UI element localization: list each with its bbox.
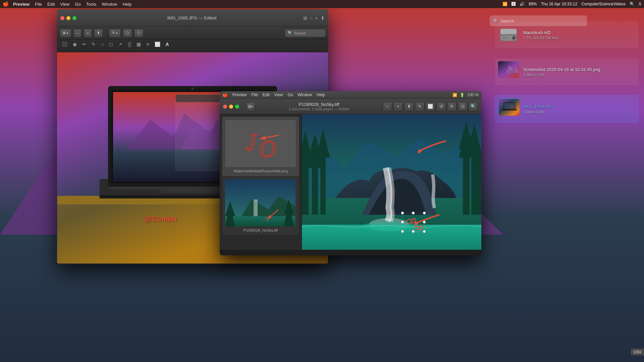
sec-window-title: P1280028_NoSky.tiff (255, 102, 383, 107)
img1089-name: IMG_1089.JPG (524, 104, 554, 109)
waterfall-scene (302, 114, 481, 250)
sec-menu-preview[interactable]: Preview (232, 93, 247, 97)
view-mode-button[interactable]: ⊞ ▾ (60, 29, 71, 38)
markup-select-btn[interactable]: ⬛ (60, 42, 69, 50)
sec-sidebar-toggle[interactable]: ⊞ ▾ (246, 102, 255, 111)
markup-border-btn[interactable]: ⬜ (153, 42, 162, 50)
markup-pen-btn[interactable]: ✏ (80, 42, 88, 50)
secondary-menubar: 🍎 Preview File Edit View Go Window Help … (220, 91, 481, 99)
desktop-img1089[interactable]: IMG_1089.JPG 4,000×4,000 (495, 95, 639, 123)
sec-menu-help[interactable]: Help (317, 93, 325, 97)
window-maximize-button[interactable] (72, 16, 76, 20)
window-minimize-button[interactable] (66, 16, 70, 20)
menu-view[interactable]: View (60, 2, 70, 7)
zoom-in-button[interactable]: + (84, 29, 92, 38)
main-search-bar[interactable]: 🔍 Search (285, 29, 325, 37)
window-close-button[interactable] (60, 16, 64, 20)
thumbnail-sidebar: J O WatermarkInitialsPurpurHalb. (220, 114, 302, 250)
menubar-wifi-icon[interactable]: 📶 (502, 2, 507, 6)
sec-close-button[interactable] (223, 105, 227, 109)
markup-adjust-btn[interactable]: ≡ (144, 42, 151, 50)
share-icon[interactable]: ⬆ (321, 15, 325, 21)
screenshot-meta: 3,360×2,100 (523, 73, 600, 77)
apple-menu-icon[interactable]: 🍎 (3, 1, 9, 7)
menu-help[interactable]: Help (122, 2, 131, 7)
sec-menu-go[interactable]: Go (288, 93, 293, 97)
sec-rotate-right-btn[interactable]: ↻ (447, 102, 457, 111)
zoom-out-icon[interactable]: − (310, 15, 313, 21)
pen-icon: ✎ (112, 31, 115, 35)
thumb-watermark[interactable]: J O WatermarkInitialsPurpurHalb. (222, 117, 299, 176)
search-input[interactable] (500, 18, 584, 23)
menubar-search-icon[interactable]: 🔍 (630, 2, 635, 6)
sec-annotate-btn[interactable]: ⬜ (426, 102, 435, 111)
markup-blur-btn[interactable]: ▒ (126, 42, 133, 50)
csv-badge[interactable]: CSV (631, 349, 644, 355)
img1089-meta: 4,000×4,000 (524, 110, 554, 114)
pen-tool-button[interactable]: ✎ ▾ (109, 29, 121, 38)
menubar-siri-icon[interactable]: S (639, 2, 641, 6)
search-label: Search (294, 31, 306, 35)
markup-shape-btn[interactable]: ○ (99, 42, 106, 50)
sec-rotate-left-btn[interactable]: ↺ (436, 102, 446, 111)
sec-crop-btn[interactable]: ⊡ (458, 102, 467, 111)
markup-rect-btn[interactable]: ◻ (107, 42, 115, 50)
svg-rect-95 (504, 103, 515, 109)
desktop-screenshot[interactable]: Screenshot 2020-04-16 at 10.32.45.png 3,… (495, 58, 639, 85)
preview-main-toolbar: ⊞ ▾ − + ⬆ ✎ ▾ ⬡ ⬡ 🔍 Search (57, 27, 328, 40)
watermark-svg: J O (225, 120, 296, 167)
menu-preview[interactable]: Preview (13, 2, 30, 7)
chevron-down-icon2: ▾ (116, 32, 118, 35)
menu-tools[interactable]: Tools (86, 2, 96, 7)
markup-highlight-btn[interactable]: ✎ (90, 42, 98, 50)
stamp-button[interactable]: ⬡ (123, 29, 132, 38)
menu-go[interactable]: Go (75, 2, 80, 7)
svg-text:J: J (246, 129, 257, 156)
menu-edit[interactable]: Edit (47, 2, 55, 7)
menu-window[interactable]: Window (102, 2, 117, 7)
macintosh-hd-meta: 1 TB, 429.53 GB free (523, 36, 558, 40)
stamp-icon: ⬡ (126, 31, 129, 35)
svg-point-71 (401, 212, 404, 215)
svg-point-73 (423, 212, 426, 215)
zoom-out-button[interactable]: − (73, 29, 82, 38)
svg-point-31 (191, 87, 194, 90)
harddrive-icon (498, 24, 519, 46)
sec-menu-edit[interactable]: Edit (263, 93, 270, 97)
sec-menu-file[interactable]: File (252, 93, 258, 97)
markup-share-button[interactable]: ⬡ (134, 29, 144, 38)
sec-menu-window[interactable]: Window (298, 93, 312, 97)
sec-zoom-out-btn[interactable]: − (383, 102, 392, 111)
menubar-volume-icon[interactable]: 🔊 (520, 2, 525, 6)
sec-share-btn[interactable]: ⬆ (404, 102, 414, 111)
markup-crop-btn[interactable]: ▦ (135, 42, 143, 50)
sec-minimize-button[interactable] (229, 105, 233, 109)
preview-main-titlebar: IMG_1089.JPG — Edited ⊞ − + ⬆ (57, 9, 328, 27)
markup-lasso-btn[interactable]: ◉ (71, 42, 79, 50)
sec-maximize-button[interactable] (235, 105, 239, 109)
share-button[interactable]: ⬆ (94, 29, 103, 38)
sidebar-toggle-icon[interactable]: ⊞ (303, 15, 307, 21)
macintosh-hd-name: Macintosh HD (523, 30, 558, 35)
chevron-down-icon: ▾ (67, 32, 68, 35)
menubar-battery: 89% (529, 2, 537, 6)
markup-text-btn[interactable]: A (164, 42, 171, 50)
menu-file[interactable]: File (35, 2, 42, 7)
svg-point-84 (513, 37, 515, 39)
svg-point-86 (505, 37, 507, 39)
sec-zoom-in-btn[interactable]: + (393, 102, 403, 111)
markup-arrow-btn[interactable]: ↗ (116, 42, 124, 50)
main-image-area (302, 114, 481, 250)
sec-apple-icon[interactable]: 🍎 (222, 93, 228, 98)
spotlight-search[interactable]: 🔍 (490, 15, 587, 26)
sec-menu-view[interactable]: View (274, 93, 283, 97)
sec-window-subtitle: 2 documents, 2 total pages — Edited (255, 107, 383, 111)
svg-point-78 (423, 230, 426, 233)
svg-point-85 (503, 37, 504, 39)
sec-search-btn[interactable]: 🔍 (469, 102, 478, 111)
zoom-in-icon[interactable]: + (315, 15, 318, 21)
search-icon: 🔍 (493, 18, 498, 23)
sec-markup-btn[interactable]: ✎ (415, 102, 424, 111)
menubar-bluetooth-icon[interactable]: 🅱 (512, 2, 516, 6)
thumb-nature[interactable]: P1280028_NoSky.tiff (222, 177, 299, 235)
